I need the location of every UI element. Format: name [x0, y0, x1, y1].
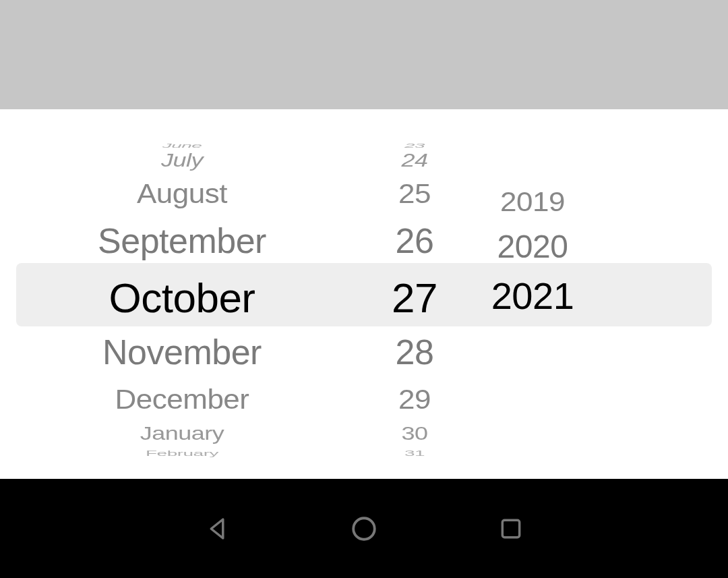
day-option[interactable]: 29 — [364, 384, 465, 415]
recent-icon — [498, 516, 524, 542]
day-option[interactable]: 26 — [364, 221, 465, 261]
month-option[interactable]: August — [0, 178, 364, 209]
day-option[interactable]: 30 — [364, 423, 465, 445]
month-option[interactable]: January — [0, 423, 364, 445]
month-wheel[interactable]: June July August September October Novem… — [0, 109, 364, 479]
home-icon — [350, 515, 378, 543]
month-selected[interactable]: October — [0, 274, 364, 322]
year-selected[interactable]: 2021 — [465, 274, 600, 318]
status-bar-area — [0, 0, 728, 109]
month-option[interactable]: September — [0, 221, 364, 261]
svg-point-0 — [353, 518, 375, 540]
day-option[interactable]: 31 — [364, 449, 465, 458]
back-button[interactable] — [201, 513, 233, 545]
day-selected[interactable]: 27 — [364, 274, 465, 322]
navigation-bar — [0, 479, 728, 578]
picker-columns: June July August September October Novem… — [0, 109, 728, 479]
year-option[interactable]: 2020 — [465, 228, 600, 265]
month-option[interactable]: July — [0, 150, 364, 171]
month-option[interactable]: February — [0, 449, 364, 458]
month-option[interactable]: November — [0, 332, 364, 372]
svg-rect-1 — [502, 520, 519, 537]
year-option[interactable]: 2019 — [465, 186, 600, 217]
back-icon — [203, 515, 231, 543]
year-wheel[interactable]: 2019 2020 2021 — [465, 109, 600, 479]
month-option[interactable]: June — [0, 142, 364, 149]
recent-button[interactable] — [495, 513, 527, 545]
day-wheel[interactable]: 23 24 25 26 27 28 29 30 31 — [364, 109, 465, 479]
day-option[interactable]: 24 — [364, 150, 465, 171]
home-button[interactable] — [348, 513, 380, 545]
day-option[interactable]: 25 — [364, 178, 465, 209]
month-option[interactable]: December — [0, 384, 364, 415]
day-option[interactable]: 28 — [364, 332, 465, 372]
day-option[interactable]: 23 — [364, 142, 465, 149]
date-picker: June July August September October Novem… — [0, 109, 728, 479]
